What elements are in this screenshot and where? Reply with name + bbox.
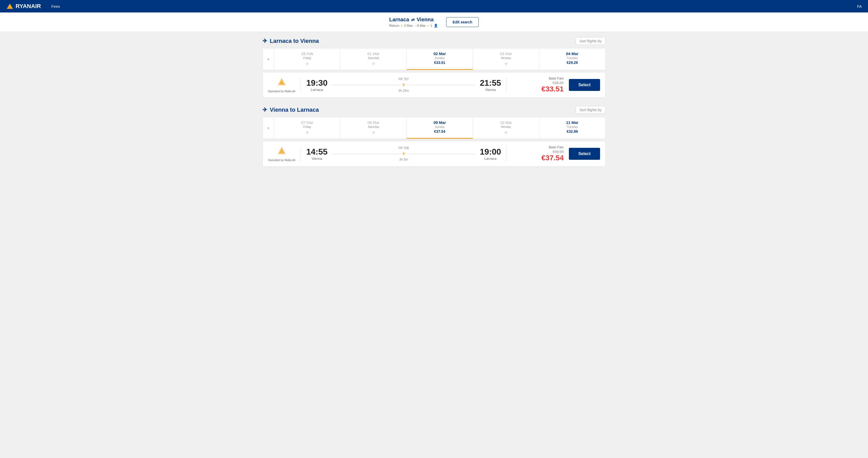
outbound-date-3[interactable]: 03 Mar Monday ✈ <box>473 48 539 70</box>
edit-search-button[interactable]: Edit search <box>446 17 479 27</box>
outbound-divider-2 <box>506 77 506 93</box>
outbound-section-header: ✈ Larnaca to Vienna Sort flights by <box>262 37 606 45</box>
outbound-line-plane: ✈ <box>332 82 475 88</box>
outbound-original-price: €35.99 <box>512 81 564 85</box>
outbound-line-right <box>407 85 475 85</box>
no-flight-icon-1: ✈ <box>343 61 404 67</box>
outbound-title-text: Larnaca to Vienna <box>270 38 319 44</box>
return-dates-row: 07 Mar Friday ✈ 08 Mar Saturday ✈ 09 Mar… <box>274 117 605 139</box>
outbound-flight-card: Operated by Malta Air 19:30 Larnaca FR 7… <box>262 72 606 98</box>
return-select-button[interactable]: Select <box>569 148 600 160</box>
return-date-4[interactable]: 11 Mar Tuesday €32.89 <box>539 117 605 139</box>
main-content: ✈ Larnaca to Vienna Sort flights by ‹ 28… <box>252 32 616 180</box>
return-title: ✈ Vienna to Larnaca <box>262 106 319 113</box>
return-date-day-3: Monday <box>475 125 537 128</box>
return-no-flight-icon-0: ✈ <box>276 130 338 136</box>
return-flight-card: Operated by Malta Air 14:55 Vienna FR 70… <box>262 141 606 166</box>
return-date-num-1: 08 Mar <box>343 120 404 125</box>
outbound-divider-1 <box>301 77 301 93</box>
outbound-sale-price: €33.51 <box>512 85 564 93</box>
outbound-date-1[interactable]: 01 Mar Saturday ✈ <box>340 48 407 70</box>
fees-nav[interactable]: Fees <box>51 4 60 8</box>
return-divider-2 <box>506 146 506 162</box>
return-section-header: ✈ Vienna to Larnaca Sort flights by <box>262 106 606 114</box>
return-no-flight-icon-1: ✈ <box>343 130 404 136</box>
return-sale-price: €37.54 <box>512 154 564 162</box>
outbound-date-price-4: €29.29 <box>541 61 603 65</box>
outbound-airline-logo-icon <box>268 77 296 89</box>
passengers: 1 <box>430 24 432 28</box>
return-date-day-4: Tuesday <box>541 125 603 128</box>
route-title: Larnaca ⇄ Vienna <box>389 17 438 23</box>
outbound-fare-type: Basic Fare <box>512 77 564 80</box>
landing-icon: ✈ <box>262 106 267 113</box>
outbound-date-num-0: 28 Feb <box>276 52 338 56</box>
return-date-day-0: Friday <box>276 125 338 128</box>
return-date-0[interactable]: 07 Mar Friday ✈ <box>274 117 340 139</box>
outbound-plane-arrow-icon: ✈ <box>402 82 406 88</box>
return-date-2[interactable]: 09 Mar Sunday €37.54 <box>407 117 473 139</box>
return-title-text: Vienna to Larnaca <box>270 106 319 113</box>
return-arr-city: Larnaca <box>480 157 501 161</box>
outbound-date-2[interactable]: 02 Mar Sunday €33.51 <box>407 48 473 70</box>
return-section: ✈ Vienna to Larnaca Sort flights by ‹ 07… <box>262 106 606 166</box>
logo-triangle-icon <box>6 3 13 9</box>
return-duration: 3h 5m <box>399 158 408 161</box>
dot-2: ● <box>427 24 429 27</box>
origin-city: Larnaca <box>389 17 409 23</box>
outbound-arr-time: 21:55 <box>480 78 501 88</box>
outbound-date-num-2: 02 Mar <box>409 52 471 56</box>
return-date-num-3: 10 Mar <box>475 120 537 125</box>
route-details: Return ● 2 Mar - 9 Mar ● 1 👤 <box>389 24 438 28</box>
outbound-dep-time: 19:30 <box>306 78 328 88</box>
outbound-date-day-2: Sunday <box>409 56 471 60</box>
return-prev-date-button[interactable]: ‹ <box>263 117 274 139</box>
return-fare-type: Basic Fare <box>512 145 564 149</box>
return-date-1[interactable]: 08 Mar Saturday ✈ <box>340 117 407 139</box>
outbound-airline-info: Operated by Malta Air <box>268 77 296 93</box>
return-dep-city: Vienna <box>306 157 328 161</box>
outbound-date-num-1: 01 Mar <box>343 52 404 56</box>
outbound-date-selector: ‹ 28 Feb Friday ✈ 01 Mar Saturday ✈ 02 M… <box>262 48 606 70</box>
return-date-day-1: Saturday <box>343 125 404 128</box>
return-sort-button[interactable]: Sort flights by <box>576 106 606 114</box>
destination-city: Vienna <box>416 17 433 23</box>
takeoff-icon: ✈ <box>262 38 267 44</box>
outbound-date-0[interactable]: 28 Feb Friday ✈ <box>274 48 340 70</box>
return-date-3[interactable]: 10 Mar Monday ✈ <box>473 117 539 139</box>
outbound-prev-date-button[interactable]: ‹ <box>263 48 274 70</box>
return-flight-times: 14:55 Vienna FR 708 ✈ 3h 5m 19:00 Larnac… <box>306 146 501 161</box>
outbound-date-num-4: 04 Mar <box>541 52 603 56</box>
outbound-select-button[interactable]: Select <box>569 79 600 91</box>
outbound-flight-line: FR 707 ✈ 3h 25m <box>332 77 475 93</box>
return-date-price-4: €32.89 <box>541 129 603 134</box>
return-line-plane: ✈ <box>332 151 475 157</box>
outbound-date-day-3: Monday <box>475 56 537 60</box>
outbound-sort-button[interactable]: Sort flights by <box>576 37 606 45</box>
return-flight-num: FR 708 <box>399 146 409 150</box>
return-date-num-0: 07 Mar <box>276 120 338 125</box>
svg-marker-0 <box>7 4 13 9</box>
outbound-date-price-2: €33.51 <box>409 61 471 65</box>
outbound-date-4[interactable]: 04 Mar Tuesday €29.29 <box>539 48 605 70</box>
no-flight-icon-0: ✈ <box>276 61 338 67</box>
no-flight-icon-3: ✈ <box>475 61 537 67</box>
return-date-day-2: Sunday <box>409 125 471 128</box>
return-flight-line: FR 708 ✈ 3h 5m <box>332 146 475 161</box>
return-plane-arrow-icon: ✈ <box>402 151 406 157</box>
return-arr-time: 19:00 <box>480 147 501 157</box>
return-date-price-2: €37.54 <box>409 129 471 134</box>
outbound-duration: 3h 25m <box>398 89 409 93</box>
date-return: 9 Mar <box>417 24 426 28</box>
outbound-airline-name: Operated by Malta Air <box>268 90 296 93</box>
outbound-title: ✈ Larnaca to Vienna <box>262 38 319 44</box>
outbound-section: ✈ Larnaca to Vienna Sort flights by ‹ 28… <box>262 37 606 98</box>
outbound-flight-num: FR 707 <box>399 77 409 81</box>
fa-nav[interactable]: FA <box>857 4 862 8</box>
search-bar: Larnaca ⇄ Vienna Return ● 2 Mar - 9 Mar … <box>0 12 868 32</box>
return-date-num-2: 09 Mar <box>409 120 471 125</box>
return-date-selector: ‹ 07 Mar Friday ✈ 08 Mar Saturday ✈ 09 M… <box>262 117 606 139</box>
ryanair-logo[interactable]: RYANAIR <box>6 3 41 10</box>
trip-type: Return <box>389 24 399 28</box>
person-icon: 👤 <box>434 24 438 28</box>
